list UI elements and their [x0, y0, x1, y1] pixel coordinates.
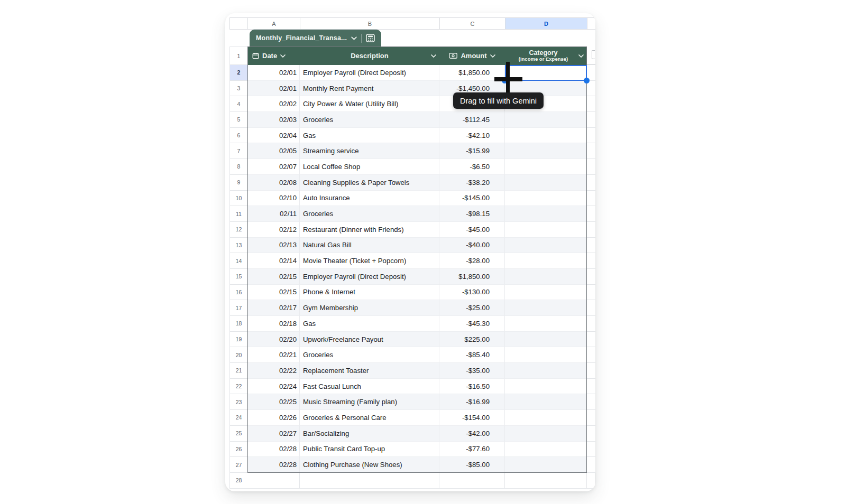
row-number[interactable]: 19: [229, 332, 247, 348]
cell-description[interactable]: Restaurant (Dinner with Friends): [300, 222, 439, 238]
chevron-down-icon[interactable]: [490, 54, 495, 58]
cell-category[interactable]: [505, 159, 587, 175]
cell-date[interactable]: 02/12: [247, 222, 300, 238]
cell-date[interactable]: 02/21: [247, 347, 300, 363]
cell-category[interactable]: [505, 222, 587, 238]
row-number[interactable]: 25: [229, 426, 247, 442]
row-number[interactable]: 13: [229, 238, 247, 254]
cell-category[interactable]: [505, 191, 587, 207]
cell-outside-table[interactable]: [587, 191, 595, 207]
row-number[interactable]: 11: [229, 206, 247, 222]
cell-amount[interactable]: -$85.40: [439, 347, 505, 363]
cell-amount[interactable]: -$42.10: [439, 128, 505, 144]
row-number[interactable]: 28: [229, 473, 247, 489]
cell-date[interactable]: 02/24: [247, 379, 300, 395]
cell-outside-table[interactable]: [587, 269, 595, 285]
chevron-down-icon[interactable]: [280, 54, 286, 58]
empty-cell[interactable]: [300, 473, 439, 489]
cell-outside-table[interactable]: [587, 347, 595, 363]
cell-date[interactable]: 02/10: [247, 191, 300, 207]
cell-description[interactable]: Clothing Purchase (New Shoes): [300, 457, 439, 473]
cell-description[interactable]: Natural Gas Bill: [300, 238, 439, 254]
cell-date[interactable]: 02/28: [247, 457, 300, 473]
cell-amount[interactable]: -$45.30: [439, 316, 505, 332]
cell-category[interactable]: [505, 457, 587, 473]
cell-outside-table[interactable]: [587, 159, 595, 175]
cell-description[interactable]: Music Streaming (Family plan): [300, 394, 439, 410]
select-all-corner[interactable]: [229, 17, 247, 30]
cell-description[interactable]: Movie Theater (Ticket + Popcorn): [300, 253, 439, 269]
empty-cell[interactable]: [439, 473, 505, 489]
cell-amount[interactable]: -$16.50: [439, 379, 505, 395]
column-header-D[interactable]: D: [505, 17, 587, 30]
cell-description[interactable]: Fast Casual Lunch: [300, 379, 439, 395]
cell-amount[interactable]: -$16.99: [439, 394, 505, 410]
column-header-date[interactable]: Date: [247, 46, 300, 65]
fill-handle-dot[interactable]: [584, 78, 590, 83]
cell-category[interactable]: [505, 175, 587, 191]
cell-outside-table[interactable]: [587, 379, 595, 395]
cell-outside-table[interactable]: [587, 363, 595, 379]
cell-category[interactable]: [505, 442, 587, 458]
cell-category[interactable]: [505, 394, 587, 410]
cell-amount[interactable]: -$42.00: [439, 426, 505, 442]
cell-amount[interactable]: -$85.00: [439, 457, 505, 473]
cell-date[interactable]: 02/28: [247, 442, 300, 458]
chevron-down-icon[interactable]: [578, 54, 584, 58]
cell-date[interactable]: 02/01: [247, 65, 300, 81]
cell-date[interactable]: 02/17: [247, 300, 300, 316]
cell-date[interactable]: 02/25: [247, 394, 300, 410]
cell-date[interactable]: 02/02: [247, 96, 300, 112]
cell-outside-table[interactable]: [587, 426, 595, 442]
cell-amount[interactable]: -$145.00: [439, 191, 505, 207]
cell-date[interactable]: 02/11: [247, 206, 300, 222]
row-number[interactable]: 24: [229, 410, 247, 426]
cell-description[interactable]: Bar/Socializing: [300, 426, 439, 442]
cell-date[interactable]: 02/26: [247, 410, 300, 426]
row-number[interactable]: 9: [229, 175, 247, 191]
cell-description[interactable]: Upwork/Freelance Payout: [300, 332, 439, 348]
cell-description[interactable]: Cleaning Supplies & Paper Towels: [300, 175, 439, 191]
row-number[interactable]: 10: [229, 191, 247, 207]
cell-outside-table[interactable]: [587, 175, 595, 191]
cell-outside-table[interactable]: [587, 206, 595, 222]
row-number[interactable]: 20: [229, 347, 247, 363]
row-number[interactable]: 21: [229, 363, 247, 379]
cell-description[interactable]: Gas: [300, 128, 439, 144]
row-number[interactable]: 27: [229, 457, 247, 473]
empty-cell[interactable]: [247, 473, 300, 489]
cell-amount[interactable]: -$38.20: [439, 175, 505, 191]
row-number[interactable]: 6: [229, 128, 247, 144]
cell-outside-table[interactable]: [587, 410, 595, 426]
cell-amount[interactable]: -$40.00: [439, 238, 505, 254]
cell-date[interactable]: 02/13: [247, 238, 300, 254]
empty-cell[interactable]: [505, 473, 587, 489]
cell-outside-table[interactable]: [587, 457, 595, 473]
column-header-description[interactable]: Description: [300, 46, 439, 65]
row-number[interactable]: 12: [229, 222, 247, 238]
cell-date[interactable]: 02/07: [247, 159, 300, 175]
cell-description[interactable]: Employer Payroll (Direct Deposit): [300, 269, 439, 285]
cell-outside-table[interactable]: [587, 300, 595, 316]
cell-date[interactable]: 02/15: [247, 269, 300, 285]
cell-outside-table[interactable]: [587, 128, 595, 144]
cell-category[interactable]: [505, 363, 587, 379]
cell-outside-table[interactable]: [587, 473, 595, 489]
cell-outside-table[interactable]: [587, 285, 595, 301]
cell-description[interactable]: Groceries: [300, 347, 439, 363]
row-number[interactable]: 17: [229, 300, 247, 316]
cell-description[interactable]: Replacement Toaster: [300, 363, 439, 379]
cell-amount[interactable]: $1,850.00: [439, 269, 505, 285]
cell-category[interactable]: [505, 347, 587, 363]
row-number[interactable]: 8: [229, 159, 247, 175]
cell-outside-table[interactable]: [587, 316, 595, 332]
cell-date[interactable]: 02/20: [247, 332, 300, 348]
cell-amount[interactable]: -$25.00: [439, 300, 505, 316]
cell-outside-table[interactable]: [587, 394, 595, 410]
cell-outside-table[interactable]: [587, 238, 595, 254]
column-header-B[interactable]: B: [300, 17, 439, 30]
cell-description[interactable]: Groceries: [300, 112, 439, 128]
cell-date[interactable]: 02/27: [247, 426, 300, 442]
cell-date[interactable]: 02/08: [247, 175, 300, 191]
cell-amount[interactable]: -$77.60: [439, 442, 505, 458]
